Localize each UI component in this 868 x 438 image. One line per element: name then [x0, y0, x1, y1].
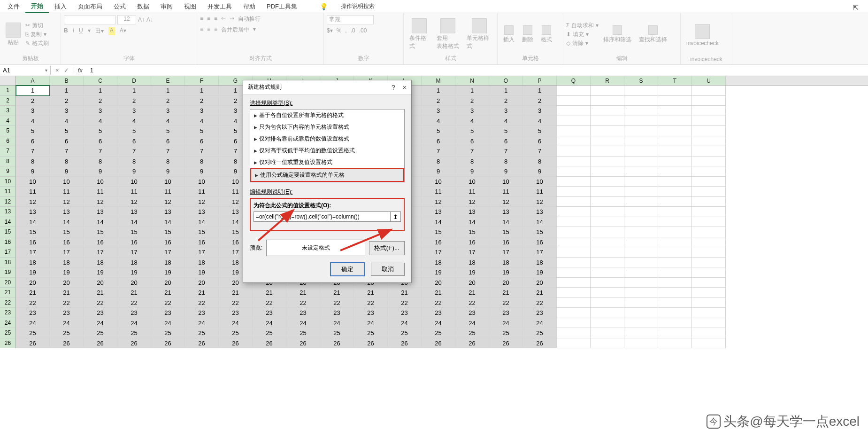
cell[interactable]: 21: [455, 288, 489, 298]
cell[interactable]: [692, 227, 726, 237]
row-header[interactable]: 7: [0, 146, 16, 156]
cell[interactable]: 1: [50, 86, 84, 96]
rule-type-item[interactable]: 基于各自值设置所有单元格的格式: [250, 110, 404, 121]
cell[interactable]: [658, 106, 692, 116]
cell[interactable]: [591, 267, 624, 278]
cell[interactable]: 20: [117, 278, 151, 288]
cell[interactable]: 7: [151, 146, 185, 156]
cell[interactable]: 21: [253, 288, 286, 298]
cell[interactable]: 11: [151, 187, 185, 197]
cell[interactable]: 16: [50, 237, 84, 248]
cell[interactable]: [624, 278, 658, 288]
cell[interactable]: [658, 227, 692, 237]
cell[interactable]: 2: [84, 96, 117, 106]
cell[interactable]: 21: [422, 288, 455, 298]
cell[interactable]: 21: [50, 288, 84, 298]
cell[interactable]: 10: [84, 177, 117, 187]
cell[interactable]: 23: [84, 308, 117, 318]
cell[interactable]: 4: [117, 116, 151, 126]
sort-filter-button[interactable]: 排序和筛选: [600, 24, 634, 45]
cell[interactable]: 10: [455, 177, 489, 187]
cell[interactable]: 24: [117, 318, 151, 328]
cell[interactable]: 26: [219, 338, 253, 349]
cell[interactable]: 26: [388, 338, 422, 349]
paste-button[interactable]: 粘贴: [3, 22, 23, 47]
cell[interactable]: 5: [151, 126, 185, 136]
cell[interactable]: [557, 278, 591, 288]
cell[interactable]: [624, 338, 658, 349]
cell[interactable]: [591, 247, 624, 258]
cell[interactable]: [658, 338, 692, 349]
cell[interactable]: 6: [523, 136, 557, 147]
ok-button[interactable]: 确定: [330, 263, 364, 276]
cell[interactable]: 17: [489, 247, 523, 258]
cell[interactable]: 24: [253, 318, 286, 328]
cell[interactable]: 1: [489, 86, 523, 96]
cell[interactable]: 24: [354, 318, 388, 328]
range-picker-button[interactable]: ↥: [391, 211, 401, 222]
row-header[interactable]: 26: [0, 338, 16, 349]
cell[interactable]: 7: [16, 146, 50, 156]
cell[interactable]: 24: [50, 318, 84, 328]
cell[interactable]: [692, 106, 726, 116]
fx-icon[interactable]: fx: [74, 67, 86, 74]
row-header[interactable]: 15: [0, 227, 16, 237]
cell[interactable]: 22: [50, 298, 84, 308]
cell[interactable]: 11: [117, 187, 151, 197]
menu-view[interactable]: 视图: [178, 0, 202, 13]
cell[interactable]: 12: [185, 197, 219, 207]
cell[interactable]: [658, 197, 692, 207]
row-header[interactable]: 22: [0, 298, 16, 308]
cell[interactable]: 19: [16, 267, 50, 278]
cell[interactable]: [557, 288, 591, 298]
cell[interactable]: [591, 217, 624, 227]
cell[interactable]: 24: [286, 318, 320, 328]
delete-cells-button[interactable]: 删除: [519, 24, 536, 45]
col-header[interactable]: T: [658, 76, 692, 85]
cell[interactable]: 2: [16, 96, 50, 106]
cell[interactable]: 15: [84, 227, 117, 237]
cell[interactable]: 19: [523, 267, 557, 278]
cell[interactable]: 26: [50, 338, 84, 349]
cell[interactable]: 6: [50, 136, 84, 147]
cell[interactable]: 1: [422, 86, 455, 96]
cell[interactable]: [624, 237, 658, 248]
row-header[interactable]: 18: [0, 258, 16, 268]
cell[interactable]: 9: [50, 166, 84, 177]
cell[interactable]: [624, 227, 658, 237]
cell[interactable]: 10: [151, 177, 185, 187]
cell[interactable]: 17: [523, 247, 557, 258]
underline-button[interactable]: U: [79, 27, 83, 35]
cell[interactable]: 5: [16, 126, 50, 136]
cell[interactable]: 24: [388, 318, 422, 328]
cell[interactable]: 1: [84, 86, 117, 96]
rule-type-item[interactable]: 仅对唯一值或重复值设置格式: [250, 156, 404, 168]
cell[interactable]: 10: [117, 177, 151, 187]
cell[interactable]: [658, 207, 692, 217]
cell[interactable]: [692, 308, 726, 318]
cell[interactable]: 18: [185, 258, 219, 268]
cell[interactable]: [624, 197, 658, 207]
cell[interactable]: [591, 177, 624, 187]
cell[interactable]: 13: [185, 207, 219, 217]
cell[interactable]: 26: [117, 338, 151, 349]
row-header[interactable]: 23: [0, 308, 16, 318]
cell[interactable]: 11: [489, 187, 523, 197]
cell[interactable]: [658, 136, 692, 147]
cell[interactable]: [658, 86, 692, 96]
cell[interactable]: 21: [286, 288, 320, 298]
menu-dev[interactable]: 开发工具: [202, 0, 238, 13]
cell[interactable]: [624, 258, 658, 268]
cell[interactable]: 1: [16, 86, 50, 96]
cell[interactable]: 12: [50, 197, 84, 207]
cell[interactable]: 10: [16, 177, 50, 187]
cell[interactable]: 17: [185, 247, 219, 258]
cell[interactable]: 24: [489, 318, 523, 328]
cell[interactable]: 15: [185, 227, 219, 237]
cell[interactable]: 4: [84, 116, 117, 126]
autosum-button[interactable]: Σ 自动求和 ▾: [566, 22, 599, 30]
cell[interactable]: 21: [117, 288, 151, 298]
cell[interactable]: [658, 247, 692, 258]
row-header[interactable]: 2: [0, 96, 16, 106]
cell[interactable]: 17: [151, 247, 185, 258]
